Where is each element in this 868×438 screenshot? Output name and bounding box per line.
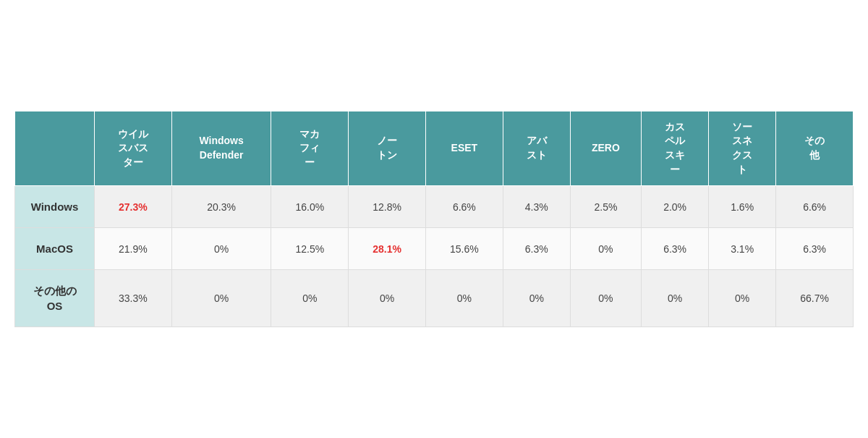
header-norton: ノートン	[349, 111, 426, 185]
table-row: MacOS 21.9% 0% 12.5% 28.1% 15.6% 6.3% 0%…	[15, 228, 854, 270]
header-windows-defender: WindowsDefender	[171, 111, 271, 185]
header-virus-buster: ウイルスバスター	[95, 111, 172, 185]
cell-windows-avast: 4.3%	[503, 186, 570, 228]
cell-windows-sourcenext: 1.6%	[709, 186, 776, 228]
table-row: Windows 27.3% 20.3% 16.0% 12.8% 6.6% 4.3…	[15, 186, 854, 228]
cell-windows-macafee: 16.0%	[271, 186, 349, 228]
cell-otheros-eset: 0%	[425, 270, 503, 327]
row-label-windows: Windows	[15, 186, 95, 228]
cell-macos-sourcenext: 3.1%	[709, 228, 776, 270]
header-empty	[15, 111, 95, 185]
cell-otheros-other: 66.7%	[776, 270, 854, 327]
table-row: その他のOS 33.3% 0% 0% 0% 0% 0% 0% 0% 0% 66.…	[15, 270, 854, 327]
cell-macos-virus-buster: 21.9%	[95, 228, 172, 270]
cell-macos-norton: 28.1%	[349, 228, 426, 270]
row-label-macos: MacOS	[15, 228, 95, 270]
header-eset: ESET	[425, 111, 503, 185]
cell-otheros-zero: 0%	[570, 270, 641, 327]
cell-macos-other: 6.3%	[776, 228, 854, 270]
header-row: ウイルスバスター WindowsDefender マカフィー ノートン ESET…	[15, 111, 854, 185]
cell-otheros-kaspersky: 0%	[642, 270, 709, 327]
header-zero: ZERO	[570, 111, 641, 185]
header-sourcenext: ソースネクスト	[709, 111, 776, 185]
cell-macos-defender: 0%	[171, 228, 271, 270]
cell-otheros-norton: 0%	[349, 270, 426, 327]
header-macafee: マカフィー	[271, 111, 349, 185]
cell-macos-macafee: 12.5%	[271, 228, 349, 270]
header-kaspersky: カスペルスキー	[642, 111, 709, 185]
cell-windows-zero: 2.5%	[570, 186, 641, 228]
cell-windows-defender: 20.3%	[171, 186, 271, 228]
header-other: その他	[776, 111, 854, 185]
cell-otheros-macafee: 0%	[271, 270, 349, 327]
cell-otheros-defender: 0%	[171, 270, 271, 327]
cell-macos-kaspersky: 6.3%	[642, 228, 709, 270]
cell-windows-virus-buster: 27.3%	[95, 186, 172, 228]
cell-otheros-sourcenext: 0%	[709, 270, 776, 327]
main-table: ウイルスバスター WindowsDefender マカフィー ノートン ESET…	[14, 111, 854, 327]
cell-macos-avast: 6.3%	[503, 228, 570, 270]
cell-macos-eset: 15.6%	[425, 228, 503, 270]
cell-windows-norton: 12.8%	[349, 186, 426, 228]
row-label-other-os: その他のOS	[15, 270, 95, 327]
cell-windows-other: 6.6%	[776, 186, 854, 228]
cell-otheros-avast: 0%	[503, 270, 570, 327]
cell-otheros-virus-buster: 33.3%	[95, 270, 172, 327]
cell-windows-eset: 6.6%	[425, 186, 503, 228]
cell-windows-kaspersky: 2.0%	[642, 186, 709, 228]
header-avast: アバスト	[503, 111, 570, 185]
cell-macos-zero: 0%	[570, 228, 641, 270]
table-wrapper: ウイルスバスター WindowsDefender マカフィー ノートン ESET…	[14, 111, 854, 327]
